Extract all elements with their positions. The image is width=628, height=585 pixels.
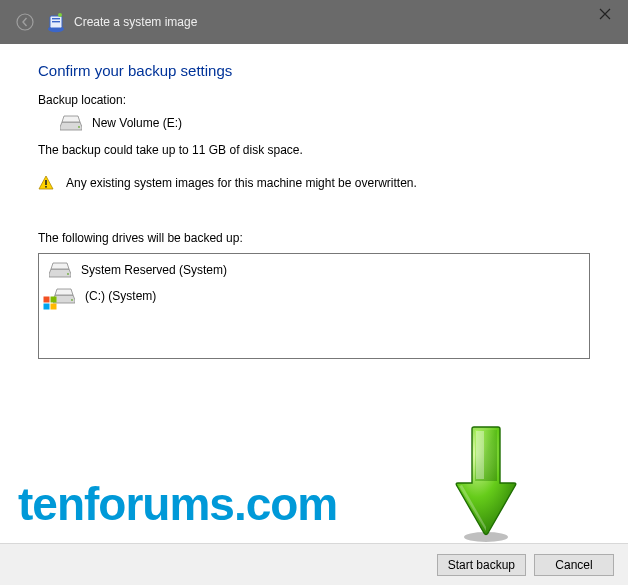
list-item: (C:) (System) [49,288,579,304]
svg-rect-13 [51,304,57,310]
watermark-text: tenforums.com [18,477,337,531]
button-bar: Start backup Cancel [0,543,628,585]
titlebar: Create a system image [0,0,628,44]
content-area: Confirm your backup settings Backup loca… [0,44,628,359]
start-backup-button[interactable]: Start backup [437,554,526,576]
drive-icon [49,262,71,278]
drive-name: System Reserved (System) [81,263,227,277]
drives-label: The following drives will be backed up: [38,231,590,245]
drive-name: (C:) (System) [85,289,156,303]
attention-arrow-icon [454,425,518,543]
cancel-button[interactable]: Cancel [534,554,614,576]
warning-text: Any existing system images for this mach… [66,176,417,190]
warning-row: Any existing system images for this mach… [38,175,590,191]
windows-icon [43,296,57,310]
svg-rect-4 [52,21,60,22]
warning-icon [38,175,54,191]
backup-location-row: New Volume (E:) [60,115,590,131]
drive-icon [60,115,82,131]
svg-point-9 [67,273,69,275]
svg-rect-7 [45,180,47,185]
drives-list: System Reserved (System) (C:) (System) [38,253,590,359]
list-item: System Reserved (System) [49,262,579,278]
size-note: The backup could take up to 11 GB of dis… [38,143,590,157]
svg-point-6 [78,126,80,128]
svg-rect-3 [52,18,60,19]
svg-point-14 [71,299,73,301]
wizard-icon [46,10,66,34]
backup-location-value: New Volume (E:) [92,116,182,130]
window-title: Create a system image [74,15,197,29]
page-title: Confirm your backup settings [38,62,590,79]
svg-rect-12 [44,304,50,310]
svg-point-0 [17,14,33,30]
svg-rect-11 [51,297,57,303]
svg-point-15 [464,532,508,542]
svg-rect-10 [44,297,50,303]
backup-location-label: Backup location: [38,93,590,107]
svg-point-5 [58,13,62,17]
back-icon[interactable] [14,11,36,33]
svg-rect-8 [45,186,47,188]
close-icon[interactable] [582,0,628,28]
